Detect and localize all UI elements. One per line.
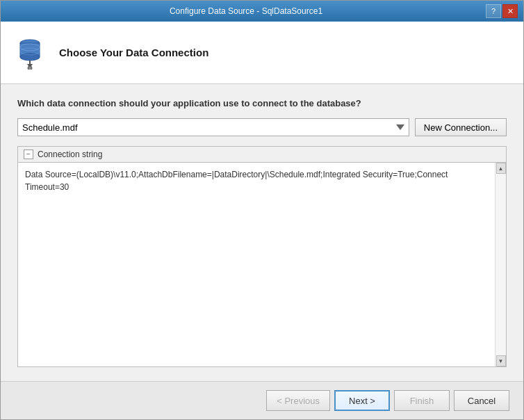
- scroll-down-button[interactable]: ▼: [496, 355, 506, 366]
- connection-dropdown[interactable]: Schedule.mdf: [17, 118, 409, 136]
- new-connection-button[interactable]: New Connection...: [415, 118, 507, 136]
- svg-point-7: [28, 66, 32, 70]
- content-area: Choose Your Data Connection Which data c…: [1, 22, 523, 419]
- footer-section: < Previous Next > Finish Cancel: [1, 381, 523, 419]
- page-title: Choose Your Data Connection: [59, 47, 208, 58]
- connection-row: Schedule.mdf New Connection...: [17, 118, 507, 136]
- scroll-up-button[interactable]: ▲: [496, 163, 506, 174]
- help-button[interactable]: ?: [486, 4, 501, 18]
- group-label: Connection string: [38, 150, 102, 159]
- group-header: − Connection string: [18, 147, 506, 163]
- connection-string-group: − Connection string Data Source=(LocalDB…: [17, 146, 507, 367]
- collapse-button[interactable]: −: [24, 150, 33, 159]
- title-bar: Configure Data Source - SqlDataSource1 ?…: [1, 1, 523, 22]
- configure-datasource-window: Configure Data Source - SqlDataSource1 ?…: [0, 0, 524, 420]
- close-button[interactable]: ✕: [502, 4, 518, 18]
- next-button[interactable]: Next >: [334, 390, 390, 411]
- cancel-button[interactable]: Cancel: [454, 390, 509, 411]
- database-icon: [15, 36, 48, 70]
- connection-question: Which data connection should your applic…: [17, 98, 507, 108]
- previous-button[interactable]: < Previous: [266, 390, 330, 411]
- scrollbar: ▲ ▼: [495, 163, 506, 366]
- finish-button[interactable]: Finish: [394, 390, 450, 411]
- header-section: Choose Your Data Connection: [1, 22, 523, 84]
- title-bar-controls: ? ✕: [486, 4, 518, 18]
- connection-string-text: Data Source=(LocalDB)\v11.0;AttachDbFile…: [18, 163, 506, 366]
- window-title: Configure Data Source - SqlDataSource1: [6, 6, 486, 16]
- main-section: Which data connection should your applic…: [1, 84, 523, 381]
